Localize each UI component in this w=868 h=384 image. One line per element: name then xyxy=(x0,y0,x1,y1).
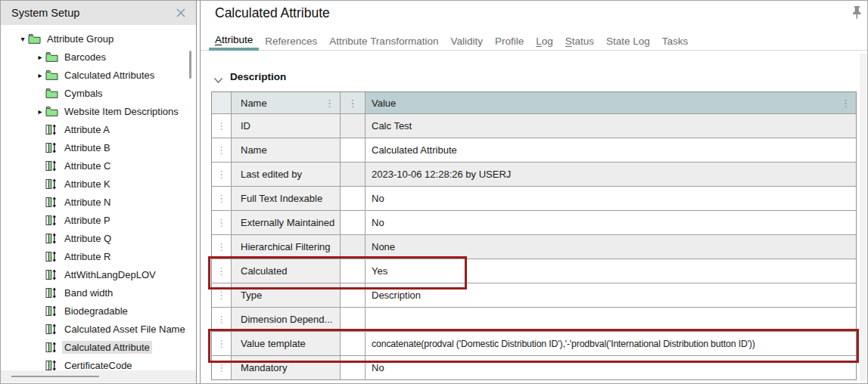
row-drag-handle[interactable]: ⋮ xyxy=(216,242,226,252)
row-drag-handle[interactable]: ⋮ xyxy=(216,169,226,179)
row-value-cell[interactable]: None xyxy=(365,235,856,259)
expander-down-icon[interactable]: ▾ xyxy=(17,35,28,43)
row-value-cell[interactable]: 2023-10-06 12:28:26 by USERJ xyxy=(365,163,856,186)
tree-item-barcodes[interactable]: ▸Barcodes xyxy=(1,48,190,66)
attribute-icon xyxy=(45,178,59,190)
tree-item-attribute-q[interactable]: Attribute Q xyxy=(1,229,190,247)
detail-vertical-scrollbar[interactable] xyxy=(860,54,866,381)
tree-item-attribute-r[interactable]: Attribute R xyxy=(1,247,190,265)
table-row-externally-maintained[interactable]: ⋮Externally MaintainedNo xyxy=(212,210,856,234)
expander-right-icon[interactable]: ▸ xyxy=(35,107,45,116)
value-column-menu-icon[interactable]: ⋮ xyxy=(841,98,851,108)
row-value-cell[interactable]: concatenate(prodval ('Domestic Distribut… xyxy=(365,332,856,355)
row-drag-handle[interactable]: ⋮ xyxy=(216,266,226,276)
tab-validity[interactable]: Validity xyxy=(444,31,489,51)
row-drag-handle[interactable]: ⋮ xyxy=(216,218,226,228)
tree-item-label: Website Item Descriptions xyxy=(62,105,181,118)
tree-item-attwithlangdeplov[interactable]: AttWithLangDepLOV xyxy=(1,265,190,283)
row-name-cell: Type xyxy=(231,283,340,307)
tree-item-calculated-asset-file-name[interactable]: Calculated Asset File Name xyxy=(1,320,190,338)
row-name-cell: Value template xyxy=(231,332,340,355)
tree-item-calculated-attributes[interactable]: ▸Calculated Attributes xyxy=(1,66,190,84)
tab-tasks[interactable]: Tasks xyxy=(656,31,695,51)
row-drag-handle[interactable]: ⋮ xyxy=(216,194,226,203)
table-row-value-template[interactable]: ⋮Value templateconcatenate(prodval ('Dom… xyxy=(212,331,856,355)
tab-log[interactable]: Log xyxy=(530,31,559,51)
expander-right-icon[interactable]: ▸ xyxy=(35,71,45,79)
close-icon[interactable] xyxy=(173,5,188,20)
value-column-header[interactable]: Value⋮ xyxy=(365,92,856,113)
name-column-menu-icon[interactable]: ⋮ xyxy=(325,98,334,108)
row-value-cell[interactable]: Calculated Attribute xyxy=(365,138,856,162)
table-row-full-text-indexable[interactable]: ⋮Full Text IndexableNo xyxy=(212,186,856,210)
attribute-icon xyxy=(45,341,59,353)
tree-item-label: Attribute R xyxy=(62,250,113,263)
tree-horizontal-scrollbar[interactable] xyxy=(1,370,196,382)
row-handle-cell: ⋮ xyxy=(212,138,231,162)
row-handle-cell: ⋮ xyxy=(212,308,231,331)
row-spacer-cell xyxy=(340,187,365,210)
table-row-mandatory[interactable]: ⋮MandatoryNo xyxy=(212,355,856,379)
attribute-icon xyxy=(45,214,59,226)
spacer-column-menu-icon[interactable]: ⋮ xyxy=(348,98,358,108)
name-column-header[interactable]: Name⋮ xyxy=(231,92,340,113)
table-row-hierarchical-filtering[interactable]: ⋮Hierarchical FilteringNone xyxy=(212,234,856,259)
row-value-cell[interactable]: Description xyxy=(365,283,856,307)
row-drag-handle[interactable]: ⋮ xyxy=(216,121,226,131)
tree-item-attribute-p[interactable]: Attribute P xyxy=(1,211,190,229)
tree-item-certificatecode[interactable]: CertificateCode xyxy=(1,356,190,370)
table-row-last-edited-by[interactable]: ⋮Last edited by2023-10-06 12:28:26 by US… xyxy=(212,162,856,186)
tree-item-attribute-k[interactable]: Attribute K xyxy=(1,175,190,193)
tree-item-label: Band width xyxy=(62,286,115,299)
tab-attribute-transformation[interactable]: Attribute Transformation xyxy=(323,31,444,51)
table-row-id[interactable]: ⋮IDCalc Test xyxy=(212,113,856,138)
row-value-cell[interactable]: Yes xyxy=(365,259,856,283)
row-handle-cell: ⋮ xyxy=(212,114,231,138)
tab-profile[interactable]: Profile xyxy=(489,31,530,51)
row-spacer-cell xyxy=(340,356,365,379)
tree-item-attribute-a[interactable]: Attribute A xyxy=(1,120,190,138)
tree-item-attribute-b[interactable]: Attribute B xyxy=(1,138,190,156)
chevron-down-icon[interactable] xyxy=(213,73,223,80)
row-drag-handle[interactable]: ⋮ xyxy=(216,363,226,373)
row-value-cell[interactable]: Calc Test xyxy=(365,114,856,138)
row-spacer-cell xyxy=(340,308,365,331)
row-value-cell[interactable] xyxy=(365,308,856,331)
row-drag-handle[interactable]: ⋮ xyxy=(216,339,226,348)
row-value-cell[interactable]: No xyxy=(365,356,856,379)
table-row-calculated[interactable]: ⋮CalculatedYes xyxy=(212,259,856,283)
tree-item-attribute-group[interactable]: ▾Attribute Group xyxy=(1,29,190,48)
tree-item-biodegradable[interactable]: Biodegradable xyxy=(1,302,190,320)
panel-title: System Setup xyxy=(11,7,173,19)
row-name-cell: ID xyxy=(231,114,340,138)
expander-right-icon[interactable]: ▸ xyxy=(35,53,45,61)
row-value-cell[interactable]: No xyxy=(365,187,856,210)
attribute-icon xyxy=(45,286,59,299)
tree-item-calculated-attribute[interactable]: Calculated Attribute xyxy=(1,338,190,356)
table-row-name[interactable]: ⋮NameCalculated Attribute xyxy=(212,138,856,162)
tree-item-website-item-descriptions[interactable]: ▸Website Item Descriptions xyxy=(1,102,190,120)
pin-icon[interactable] xyxy=(851,5,864,20)
row-drag-handle[interactable]: ⋮ xyxy=(216,290,226,300)
row-spacer-cell xyxy=(340,138,365,162)
attribute-icon xyxy=(45,141,59,153)
row-drag-handle[interactable]: ⋮ xyxy=(216,314,226,324)
tree-item-attribute-n[interactable]: Attribute N xyxy=(1,193,190,211)
table-row-type[interactable]: ⋮TypeDescription xyxy=(212,283,856,307)
row-name-cell: Mandatory xyxy=(231,356,340,379)
tab-references[interactable]: References xyxy=(259,31,323,51)
tree-item-label: Attribute C xyxy=(62,159,113,172)
table-row-dimension-depend[interactable]: ⋮Dimension Depend... xyxy=(212,307,856,331)
row-spacer-cell xyxy=(340,283,365,307)
tree-item-band-width[interactable]: Band width xyxy=(1,283,190,302)
row-name-cell: Externally Maintained xyxy=(231,211,340,234)
row-value-cell[interactable]: No xyxy=(365,211,856,234)
row-drag-handle[interactable]: ⋮ xyxy=(216,145,226,155)
tab-status[interactable]: Status xyxy=(559,31,600,51)
tree-horizontal-scrollbar-thumb[interactable] xyxy=(11,376,99,377)
tree-item-attribute-c[interactable]: Attribute C xyxy=(1,156,190,175)
tab-attribute[interactable]: Attribute xyxy=(209,31,259,51)
tree-item-cymbals[interactable]: Cymbals xyxy=(1,84,190,102)
tree-vertical-scrollbar[interactable] xyxy=(189,51,191,79)
tab-state-log[interactable]: State Log xyxy=(600,31,656,51)
